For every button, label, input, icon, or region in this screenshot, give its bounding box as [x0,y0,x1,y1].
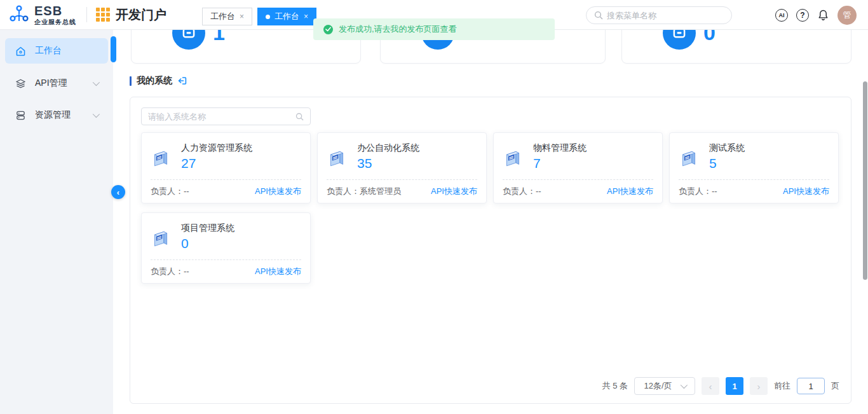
vertical-scrollbar-thumb[interactable] [863,81,867,280]
api-quick-publish-link[interactable]: API快速发布 [607,186,653,197]
system-card-footer: 负责人：-- API快速发布 [151,179,301,203]
system-card-oa[interactable]: 办公自动化系统 35 负责人：系统管理员 API快速发布 [317,132,487,204]
pagination-total: 共 5 条 [602,380,628,392]
sidebar-item-label: 工作台 [35,45,62,57]
sidebar-item-api-management[interactable]: API管理 [5,71,108,96]
next-page-button[interactable]: › [750,377,768,395]
ai-label: AI [779,12,785,18]
system-card-footer: 负责人：系统管理员 API快速发布 [327,179,477,203]
page-size-value: 12条/页 [644,380,672,392]
header-divider [86,7,87,22]
system-api-count: 35 [357,156,372,171]
goto-label: 前往 [774,380,790,392]
sidebar-item-label: 资源管理 [35,109,71,121]
chevron-down-icon [93,111,100,118]
tab-close-icon[interactable]: × [304,12,308,21]
sidebar-scroll-indicator[interactable] [111,36,116,62]
sidebar-item-resource-management[interactable]: 资源管理 [5,102,108,128]
database-icon [15,110,26,121]
notifications-bell-icon[interactable] [817,9,829,21]
tab-label: 工作台 [275,11,299,22]
disk-icon [151,148,171,170]
success-toast: 发布成功,请去我的发布页面查看 [313,18,555,40]
my-systems-panel: 人力资源管理系统 27 负责人：-- API快速发布 [130,97,851,404]
system-api-count: 7 [533,156,541,171]
system-search[interactable] [141,107,311,125]
app-page: ESB 企业服务总线 开发门户 工作台 × 工作台 × [0,0,868,414]
tab-workbench-2-active[interactable]: 工作台 × [257,8,316,25]
system-api-count: 5 [709,156,717,171]
chevron-down-icon [93,79,100,86]
section-accent-bar [130,76,132,86]
system-name: 物料管理系统 [533,142,587,154]
sidebar-collapse-button[interactable]: ‹ [111,185,125,199]
my-systems-section-header: 我的系统 [130,74,187,87]
system-card-material[interactable]: 物料管理系统 7 负责人：-- API快速发布 [493,132,663,204]
system-api-count: 27 [181,156,196,171]
help-label: ? [800,11,804,20]
system-owner: 负责人：-- [151,186,189,197]
api-quick-publish-link[interactable]: API快速发布 [255,186,301,197]
tab-workbench-1[interactable]: 工作台 × [202,8,252,25]
system-owner: 负责人：-- [679,186,717,197]
home-icon [15,46,26,57]
enter-fullscreen-icon[interactable] [177,76,187,86]
tab-label: 工作台 [210,11,235,22]
search-icon [295,113,304,121]
brand-name: ESB [34,4,76,17]
system-card-hr[interactable]: 人力资源管理系统 27 负责人：-- API快速发布 [141,132,311,204]
sidebar-item-workbench[interactable]: 工作台 [5,38,108,64]
search-icon [594,11,603,20]
system-search-input[interactable] [148,112,295,121]
disk-icon [679,148,699,170]
api-quick-publish-link[interactable]: API快速发布 [431,186,477,197]
layers-icon [15,78,26,89]
open-tabs: 工作台 × 工作台 × [202,8,316,25]
active-tab-dot [266,15,270,19]
system-owner: 负责人：-- [151,266,189,277]
pagination: 共 5 条 12条/页 ‹ 1 › 前往 页 [602,377,839,395]
portal-title: 开发门户 [116,6,166,24]
ai-assistant-icon[interactable]: AI [775,9,788,22]
system-card-test[interactable]: 测试系统 5 负责人：-- API快速发布 [669,132,839,204]
system-name: 项目管理系统 [181,223,234,234]
page-size-select[interactable]: 12条/页 [634,377,695,395]
system-name: 测试系统 [709,142,745,154]
main-content: 1 35 0 我的系统 [113,30,868,414]
goto-page-input[interactable] [797,378,825,394]
system-owner: 负责人：系统管理员 [327,186,401,197]
success-check-icon [323,25,333,34]
menu-search-input[interactable] [607,11,724,20]
help-icon[interactable]: ? [796,9,809,22]
page-number-1[interactable]: 1 [726,377,743,395]
system-owner: 负责人：-- [503,186,541,197]
sidebar: 工作台 API管理 资源管理 [0,30,113,414]
system-card-footer: 负责人：-- API快速发布 [151,259,301,283]
brand-logo[interactable]: ESB 企业服务总线 [8,3,76,26]
sidebar-item-label: API管理 [35,78,67,89]
section-title: 我的系统 [137,75,172,86]
api-quick-publish-link[interactable]: API快速发布 [783,186,829,197]
disk-icon [503,148,523,170]
header-actions: AI ? 管 [775,0,857,30]
prev-page-button[interactable]: ‹ [702,377,719,395]
apps-grid-icon [96,8,110,22]
brand-subtitle: 企业服务总线 [34,19,76,25]
system-card-project[interactable]: 项目管理系统 0 负责人：-- API快速发布 [141,212,311,284]
tab-close-icon[interactable]: × [240,12,244,21]
toast-message: 发布成功,请去我的发布页面查看 [339,24,457,35]
goto-suffix: 页 [831,380,839,392]
avatar[interactable]: 管 [837,6,857,25]
portal-switcher[interactable]: 开发门户 [96,6,166,24]
system-name: 人力资源管理系统 [181,142,252,154]
disk-icon [327,148,347,170]
system-name: 办公自动化系统 [357,142,419,154]
system-card-footer: 负责人：-- API快速发布 [679,179,829,203]
systems-grid: 人力资源管理系统 27 负责人：-- API快速发布 [141,132,845,284]
page-size-chevron-icon [680,382,687,389]
menu-search[interactable] [586,6,732,24]
api-quick-publish-link[interactable]: API快速发布 [255,266,301,277]
esb-network-icon [8,3,31,26]
disk-icon [151,228,171,251]
system-card-footer: 负责人：-- API快速发布 [503,179,653,203]
